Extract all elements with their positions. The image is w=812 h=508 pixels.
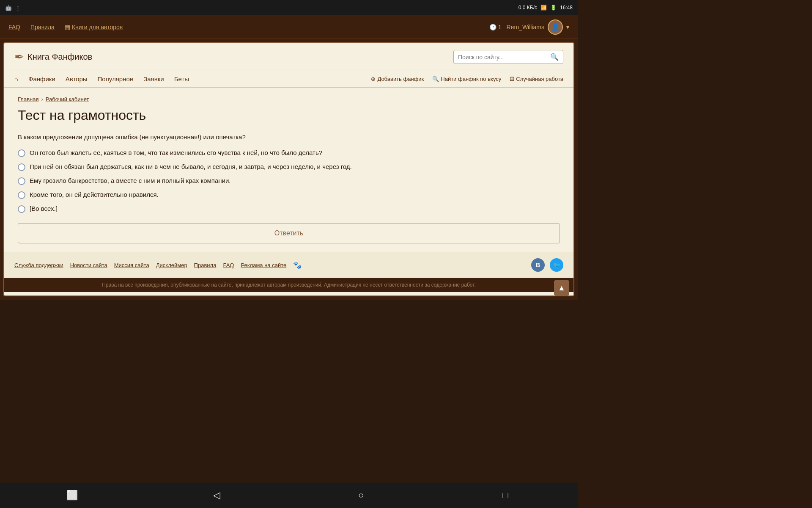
books-label: Книги для авторов <box>72 24 123 30</box>
nav-beta[interactable]: Беты <box>174 75 189 83</box>
breadcrumb-current[interactable]: Рабочий кабинет <box>46 96 89 102</box>
breadcrumb: Главная › Рабочий кабинет <box>18 96 560 102</box>
scroll-top-button[interactable]: ▲ <box>554 280 569 295</box>
faq-footer-link[interactable]: FAQ <box>223 262 234 268</box>
vk-button[interactable]: В <box>531 258 545 272</box>
find-fanfic-link[interactable]: 🔍 Найти фанфик по вкусу <box>432 76 501 82</box>
rules-link[interactable]: Правила <box>30 24 55 30</box>
faq-link[interactable]: FAQ <box>8 24 20 30</box>
option-2-text: При ней он обязан был держаться, как ни … <box>30 163 352 170</box>
copyright-text: Права на все произведения, опубликованны… <box>102 282 476 288</box>
option-4[interactable]: Кроме того, он ей действительно нравился… <box>18 191 560 199</box>
logo-text: Книга Фанфиков <box>27 52 92 62</box>
copyright-bar: Права на все произведения, опубликованны… <box>4 278 573 292</box>
radio-5[interactable] <box>18 205 25 213</box>
content-area: Главная › Рабочий кабинет Тест на грамот… <box>4 88 573 252</box>
status-left: 🤖 ⋮ <box>5 5 21 11</box>
radio-1[interactable] <box>18 149 25 157</box>
books-icon: ▦ <box>65 24 70 30</box>
mission-link[interactable]: Миссия сайта <box>114 262 149 268</box>
nav-fanfics[interactable]: Фанфики <box>28 75 55 83</box>
paw-icon: 🐾 <box>293 261 302 269</box>
top-nav-right: 🕐 1 Rem_Williams 👤 ▾ <box>489 19 569 35</box>
add-icon: ⊕ <box>371 76 376 82</box>
logo-icon: ✒ <box>14 50 24 64</box>
user-area[interactable]: Rem_Williams 👤 ▾ <box>507 19 569 35</box>
avatar: 👤 <box>548 19 563 35</box>
android-icon: 🤖 <box>5 5 12 11</box>
signal-icon: 📶 <box>540 5 547 11</box>
option-1-text: Он готов был жалеть ее, каяться в том, ч… <box>30 149 322 156</box>
option-3-text: Ему грозило банкростство, а вместе с ним… <box>30 177 231 184</box>
site-footer: Служба поддержки Новости сайта Миссия са… <box>4 252 573 278</box>
support-link[interactable]: Служба поддержки <box>14 262 63 268</box>
breadcrumb-home[interactable]: Главная <box>18 96 38 102</box>
radio-2[interactable] <box>18 163 25 171</box>
main-wrapper: ✒ Книга Фанфиков 🔍 ⌂ Фанфики Авторы Попу… <box>0 39 578 300</box>
add-fanfic-label: Добавить фанфик <box>377 76 424 82</box>
site-container: ✒ Книга Фанфиков 🔍 ⌂ Фанфики Авторы Попу… <box>3 42 574 296</box>
search-input[interactable] <box>458 54 550 61</box>
nav-popular[interactable]: Популярное <box>98 75 134 83</box>
nav-authors[interactable]: Авторы <box>66 75 88 83</box>
top-nav: FAQ Правила ▦ Книги для авторов 🕐 1 Rem_… <box>0 15 578 39</box>
logo: ✒ Книга Фанфиков <box>14 50 92 64</box>
search-box[interactable]: 🔍 <box>453 50 563 64</box>
option-1[interactable]: Он готов был жалеть ее, каяться в том, ч… <box>18 149 560 157</box>
search-icon[interactable]: 🔍 <box>550 53 559 61</box>
breadcrumb-separator: › <box>41 96 43 102</box>
dropdown-icon: ▾ <box>566 24 569 30</box>
option-3[interactable]: Ему грозило банкростство, а вместе с ним… <box>18 177 560 185</box>
footer-social: В 🐦 <box>531 258 563 272</box>
twitter-icon: 🐦 <box>553 262 560 268</box>
question-text: В каком предложении допущена ошибка (не … <box>18 133 560 141</box>
status-right: 0.0 КБ/с 📶 🔋 16:48 <box>518 5 573 11</box>
random-work-link[interactable]: ⚄ Случайная работа <box>510 76 563 82</box>
page-title: Тест на грамотность <box>18 108 560 123</box>
nav-requests[interactable]: Заявки <box>143 75 164 83</box>
option-5[interactable]: [Во всех.] <box>18 205 560 213</box>
news-link[interactable]: Новости сайта <box>70 262 107 268</box>
notif-count: 1 <box>498 24 502 30</box>
menu-icon: ⋮ <box>15 5 21 11</box>
battery-icon: 🔋 <box>550 5 557 11</box>
option-5-text: [Во всех.] <box>30 205 58 212</box>
find-icon: 🔍 <box>432 76 439 82</box>
submit-button[interactable]: Ответить <box>18 223 560 243</box>
notification-badge[interactable]: 🕐 1 <box>489 24 502 30</box>
option-4-text: Кроме того, он ей действительно нравился… <box>30 191 159 198</box>
nav-menu-right: ⊕ Добавить фанфик 🔍 Найти фанфик по вкус… <box>371 76 563 82</box>
disclaimer-link[interactable]: Дисклеймер <box>156 262 187 268</box>
radio-3[interactable] <box>18 177 25 185</box>
nav-menu: ⌂ Фанфики Авторы Популярное Заявки Беты … <box>4 71 573 88</box>
nav-home-link[interactable]: ⌂ <box>14 75 18 83</box>
network-speed: 0.0 КБ/с <box>518 5 537 11</box>
site-header: ✒ Книга Фанфиков 🔍 <box>4 43 573 71</box>
username-label: Rem_Williams <box>507 24 544 30</box>
twitter-button[interactable]: 🐦 <box>550 258 563 272</box>
option-2[interactable]: При ней он обязан был держаться, как ни … <box>18 163 560 171</box>
time-display: 16:48 <box>560 5 573 11</box>
notif-icon: 🕐 <box>489 24 497 30</box>
options-list: Он готов был жалеть ее, каяться в том, ч… <box>18 149 560 213</box>
add-fanfic-link[interactable]: ⊕ Добавить фанфик <box>371 76 424 82</box>
radio-4[interactable] <box>18 191 25 199</box>
books-link[interactable]: ▦ Книги для авторов <box>65 24 123 30</box>
find-fanfic-label: Найти фанфик по вкусу <box>441 76 501 82</box>
ads-link[interactable]: Реклама на сайте <box>241 262 286 268</box>
random-icon: ⚄ <box>510 76 514 82</box>
rules-footer-link[interactable]: Правила <box>194 262 217 268</box>
random-work-label: Случайная работа <box>516 76 563 82</box>
status-bar: 🤖 ⋮ 0.0 КБ/с 📶 🔋 16:48 <box>0 0 578 15</box>
vk-icon: В <box>536 262 540 268</box>
